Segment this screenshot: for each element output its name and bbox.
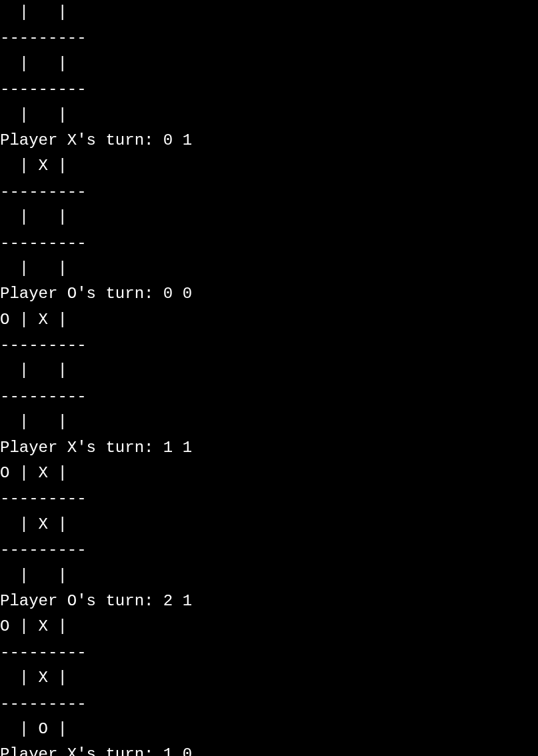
board-row: | | <box>0 567 87 585</box>
board-row: | | <box>0 55 87 73</box>
board-row: | | <box>0 259 87 277</box>
board-divider: --------- <box>0 80 87 98</box>
board-row: | X | <box>0 669 87 687</box>
board-divider: --------- <box>0 29 87 47</box>
turn-prompt[interactable]: Player X's turn: 1 0 <box>0 745 192 756</box>
board-divider: --------- <box>0 695 87 713</box>
board-row: O | X | <box>0 311 87 329</box>
board-row: O | X | <box>0 464 87 482</box>
turn-prompt[interactable]: Player O's turn: 2 1 <box>0 592 192 610</box>
board-row: | | <box>0 3 87 21</box>
board-row: | | <box>0 106 87 124</box>
board-divider: --------- <box>0 643 87 661</box>
board-divider: --------- <box>0 541 87 559</box>
board-row: | X | <box>0 157 87 175</box>
board-divider: --------- <box>0 387 87 405</box>
board-divider: --------- <box>0 234 87 252</box>
board-divider: --------- <box>0 183 87 201</box>
board-row: | X | <box>0 515 87 533</box>
turn-prompt[interactable]: Player X's turn: 0 1 <box>0 131 192 149</box>
board-row: O | X | <box>0 617 87 635</box>
turn-prompt[interactable]: Player O's turn: 0 0 <box>0 285 192 303</box>
turn-prompt[interactable]: Player X's turn: 1 1 <box>0 439 192 457</box>
terminal-output: | | --------- | | --------- | | Player X… <box>0 0 538 756</box>
board-row: | | <box>0 361 87 379</box>
board-row: | | <box>0 208 87 226</box>
board-row: | O | <box>0 720 87 738</box>
board-divider: --------- <box>0 336 87 354</box>
board-divider: --------- <box>0 489 87 507</box>
board-row: | | <box>0 413 87 431</box>
